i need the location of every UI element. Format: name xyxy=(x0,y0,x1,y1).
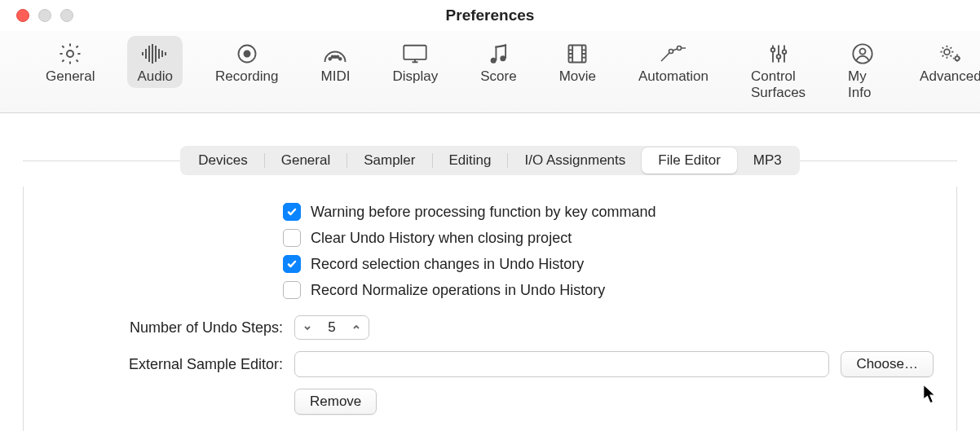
option-record-normalize-undo[interactable]: Record Normalize operations in Undo Hist… xyxy=(283,281,934,299)
svg-rect-7 xyxy=(161,51,163,57)
svg-rect-8 xyxy=(165,52,166,55)
undo-steps-value: 5 xyxy=(320,319,344,336)
svg-point-29 xyxy=(944,49,950,55)
waveform-icon xyxy=(140,41,170,67)
checkbox[interactable] xyxy=(283,229,301,247)
stepper-decrement[interactable] xyxy=(295,322,320,334)
window-title: Preferences xyxy=(0,7,980,24)
music-notes-icon xyxy=(483,41,513,67)
toolbar-item-label: Movie xyxy=(559,68,596,85)
svg-rect-2 xyxy=(145,49,147,59)
toolbar-general[interactable]: General xyxy=(36,36,104,88)
automation-icon xyxy=(659,41,688,67)
toolbar-movie[interactable]: Movie xyxy=(550,36,606,88)
svg-point-28 xyxy=(860,49,866,55)
toolbar-control-surfaces[interactable]: Control Surfaces xyxy=(741,36,815,104)
toolbar-my-info[interactable]: My Info xyxy=(838,36,887,104)
undo-steps-row: Number of Undo Steps: 5 xyxy=(92,315,934,340)
gear-icon xyxy=(55,41,85,67)
subtab-sampler[interactable]: Sampler xyxy=(347,147,431,174)
checkbox[interactable] xyxy=(283,281,301,299)
toolbar-item-label: Recording xyxy=(215,68,279,85)
external-editor-row: External Sample Editor: Choose… xyxy=(92,351,934,377)
subtab-mp3[interactable]: MP3 xyxy=(737,147,798,174)
svg-rect-16 xyxy=(404,46,426,59)
toolbar-item-label: My Info xyxy=(848,68,877,101)
svg-point-14 xyxy=(332,56,334,59)
subtab-devices[interactable]: Devices xyxy=(182,147,263,174)
checkbox[interactable] xyxy=(283,203,301,221)
undo-steps-label: Number of Undo Steps: xyxy=(92,319,283,336)
person-circle-icon xyxy=(848,41,877,67)
toolbar-recording[interactable]: Recording xyxy=(205,36,289,88)
subtab-file-editor[interactable]: File Editor xyxy=(642,147,737,174)
svg-point-23 xyxy=(678,46,682,51)
svg-rect-5 xyxy=(155,46,157,62)
subtab-general[interactable]: General xyxy=(265,147,347,174)
toolbar-item-label: Score xyxy=(480,68,516,85)
toolbar-audio[interactable]: Audio xyxy=(127,36,182,88)
subtab-editing[interactable]: Editing xyxy=(433,147,508,174)
toolbar-item-label: Control Surfaces xyxy=(751,68,806,101)
options-list: Warning before processing function by ke… xyxy=(283,203,934,299)
stepper-increment[interactable] xyxy=(344,322,369,334)
svg-point-12 xyxy=(334,56,337,59)
toolbar-item-label: MIDI xyxy=(321,68,351,85)
toolbar-item-label: Display xyxy=(392,68,438,85)
svg-point-24 xyxy=(770,48,775,52)
svg-point-13 xyxy=(339,58,342,60)
toolbar-item-label: Automation xyxy=(638,68,709,85)
display-icon xyxy=(400,41,430,67)
midi-port-icon xyxy=(320,41,350,67)
option-label: Record Normalize operations in Undo Hist… xyxy=(311,282,605,299)
sliders-icon xyxy=(764,41,793,67)
svg-point-25 xyxy=(776,55,780,59)
record-icon xyxy=(232,41,262,67)
svg-rect-20 xyxy=(505,44,507,59)
svg-rect-6 xyxy=(158,49,160,59)
remove-button[interactable]: Remove xyxy=(294,389,377,415)
option-clear-undo-close[interactable]: Clear Undo History when closing project xyxy=(283,229,934,247)
audio-subtabs: Devices General Sampler Editing I/O Assi… xyxy=(23,146,957,175)
toolbar-advanced[interactable]: Advanced xyxy=(910,36,980,88)
toolbar-item-label: Audio xyxy=(137,68,172,85)
gears-icon xyxy=(936,41,965,67)
option-warning-processing[interactable]: Warning before processing function by ke… xyxy=(283,203,934,221)
svg-rect-3 xyxy=(148,46,150,62)
choose-button[interactable]: Choose… xyxy=(841,351,934,377)
toolbar-automation[interactable]: Automation xyxy=(629,36,718,88)
external-editor-label: External Sample Editor: xyxy=(92,356,283,373)
svg-point-15 xyxy=(337,56,339,59)
prefs-toolbar: General Audio Recording MIDI Display Sco… xyxy=(0,31,980,113)
option-label: Clear Undo History when closing project xyxy=(311,230,572,247)
svg-point-22 xyxy=(669,50,673,54)
svg-point-26 xyxy=(782,50,786,54)
svg-point-30 xyxy=(955,56,959,60)
external-editor-field[interactable] xyxy=(294,351,829,377)
svg-point-11 xyxy=(329,58,332,60)
titlebar: Preferences xyxy=(0,0,980,31)
toolbar-midi[interactable]: MIDI xyxy=(311,36,360,88)
svg-rect-19 xyxy=(496,46,497,60)
file-editor-panel: Warning before processing function by ke… xyxy=(23,187,957,431)
toolbar-score[interactable]: Score xyxy=(470,36,526,88)
svg-rect-1 xyxy=(142,52,143,55)
svg-point-10 xyxy=(244,51,249,57)
external-editor-remove-row: Remove xyxy=(92,389,934,415)
toolbar-item-label: Advanced xyxy=(920,68,980,85)
toolbar-display[interactable]: Display xyxy=(382,36,448,88)
toolbar-item-label: General xyxy=(46,68,95,85)
film-icon xyxy=(563,41,592,67)
svg-point-0 xyxy=(67,51,73,57)
option-record-selection-undo[interactable]: Record selection changes in Undo History xyxy=(283,255,934,273)
undo-steps-stepper[interactable]: 5 xyxy=(294,315,369,340)
svg-rect-4 xyxy=(152,44,153,64)
checkbox[interactable] xyxy=(283,255,301,273)
option-label: Record selection changes in Undo History xyxy=(311,256,584,273)
option-label: Warning before processing function by ke… xyxy=(311,204,656,221)
content-area: Devices General Sampler Editing I/O Assi… xyxy=(0,113,980,431)
subtab-io-assignments[interactable]: I/O Assignments xyxy=(508,147,642,174)
